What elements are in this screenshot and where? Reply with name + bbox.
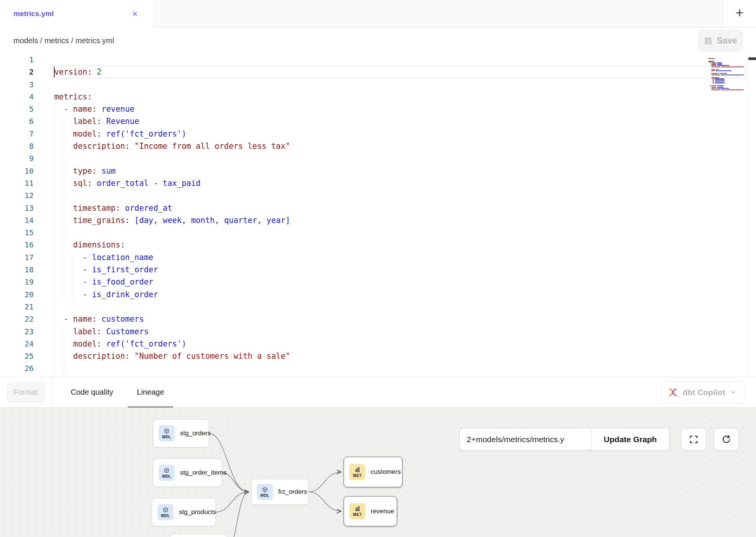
line-number[interactable]: 3 (0, 78, 37, 91)
code-line-20[interactable]: - is_drink_order (37, 288, 747, 301)
line-number[interactable]: 26 (0, 362, 37, 374)
header-row: models / metrics / metrics.yml Save (0, 28, 756, 54)
floppy-disk-icon (704, 36, 713, 46)
code-line-10[interactable]: type: sum (37, 165, 747, 177)
plus-icon: + (735, 6, 743, 20)
line-number[interactable]: 9 (0, 152, 37, 164)
dbt-copilot-button[interactable]: dbt Copilot (661, 381, 745, 404)
line-number[interactable]: 18 (0, 264, 37, 276)
refresh-button[interactable] (714, 428, 739, 451)
code-line-3[interactable] (37, 78, 747, 91)
panel-tabs: Code quality Lineage (71, 377, 164, 408)
code-line-9[interactable] (37, 152, 747, 164)
code-line-22[interactable]: - name: customers (37, 313, 747, 325)
metric-bar-chart-icon: MET (349, 503, 365, 519)
line-number[interactable]: 11 (0, 177, 37, 189)
line-number[interactable]: 5 (0, 103, 37, 115)
chevron-down-icon (730, 389, 737, 396)
scrollbar-thumb[interactable] (748, 57, 756, 60)
code-line-19[interactable]: - is_food_order (37, 276, 747, 288)
bottom-toolbar: Format Code quality Lineage dbt Copilot (0, 377, 756, 407)
code-line-24[interactable]: model: ref('fct_orders') (37, 338, 747, 350)
node-label: fct_orders (278, 488, 307, 496)
line-number[interactable]: 15 (0, 226, 37, 239)
line-number[interactable]: 19 (0, 276, 37, 288)
code-line-25[interactable]: description: "Number of customers with a… (37, 350, 747, 362)
fullscreen-button[interactable] (681, 428, 706, 451)
line-number[interactable]: 20 (0, 288, 37, 301)
save-label: Save (717, 36, 737, 46)
toolbar-divider (52, 377, 52, 408)
metric-bar-chart-icon: MET (349, 464, 365, 480)
save-button[interactable]: Save (698, 30, 743, 52)
lineage-node-stg_hidden[interactable] (170, 534, 227, 537)
line-number[interactable]: 2 (0, 66, 37, 78)
line-number[interactable]: 4 (0, 91, 37, 103)
code-line-21[interactable] (37, 301, 747, 313)
code-line-13[interactable]: timestamp: ordered_at (37, 202, 747, 214)
format-button[interactable]: Format (7, 382, 44, 402)
model-cube-icon: MDL (157, 504, 174, 520)
code-line-11[interactable]: sql: order_total - tax_paid (37, 177, 747, 189)
code-line-17[interactable]: - location_name (37, 251, 747, 264)
line-number[interactable]: 6 (0, 115, 37, 127)
code-line-12[interactable] (37, 189, 747, 202)
tab-strip (154, 0, 723, 28)
code-line-8[interactable]: description: "Income from all orders les… (37, 140, 747, 152)
line-number[interactable]: 17 (0, 251, 37, 264)
line-number[interactable]: 25 (0, 350, 37, 362)
line-number[interactable]: 14 (0, 214, 37, 226)
code-editor[interactable]: 1234567891011121314151617181920212223242… (0, 54, 756, 377)
tab-label: metrics.yml (13, 10, 132, 18)
model-cube-icon: MDL (159, 465, 175, 481)
code-line-15[interactable] (37, 226, 747, 239)
lineage-node-stg_products[interactable]: MDLstg_products (152, 498, 216, 526)
refresh-icon (721, 434, 732, 444)
code-line-6[interactable]: label: Revenue (37, 115, 747, 127)
code-line-5[interactable]: - name: revenue (37, 103, 747, 115)
line-number[interactable]: 24 (0, 338, 37, 350)
line-number[interactable]: 22 (0, 313, 37, 325)
code-line-23[interactable]: label: Customers (37, 325, 747, 338)
scrollbar-track[interactable] (747, 54, 756, 377)
line-number[interactable]: 16 (0, 239, 37, 251)
lineage-node-fct_orders[interactable]: MDLfct_orders (251, 479, 309, 505)
code-line-4[interactable]: metrics: (37, 91, 747, 103)
tab-code-quality[interactable]: Code quality (71, 377, 113, 408)
lineage-node-customers[interactable]: METcustomers (344, 457, 402, 487)
line-number[interactable]: 12 (0, 189, 37, 202)
tab-bar: metrics.yml ✕ + (0, 0, 756, 28)
line-number[interactable]: 8 (0, 140, 37, 152)
new-tab-button[interactable]: + (723, 0, 756, 28)
lineage-controls: Update Graph (459, 428, 739, 451)
line-number[interactable]: 7 (0, 128, 37, 140)
code-line-7[interactable]: model: ref('fct_orders') (37, 128, 747, 140)
line-number[interactable]: 1 (0, 54, 37, 66)
lineage-filter-input[interactable] (460, 428, 591, 450)
line-number[interactable]: 23 (0, 325, 37, 338)
code-line-18[interactable]: - is_first_order (37, 264, 747, 276)
line-number[interactable]: 21 (0, 301, 37, 313)
lineage-canvas[interactable]: MDLstg_ordersMDLstg_order_itemsMDLstg_pr… (0, 407, 756, 537)
code-line-1[interactable] (37, 54, 747, 66)
code-line-2[interactable]: version: 2 (37, 66, 747, 78)
copilot-label: dbt Copilot (683, 388, 725, 397)
node-label: revenue (371, 508, 394, 515)
line-number[interactable]: 13 (0, 202, 37, 214)
close-icon[interactable]: ✕ (132, 10, 138, 18)
lineage-node-revenue[interactable]: METrevenue (344, 496, 397, 526)
lineage-node-stg_order_items[interactable]: MDLstg_order_items (153, 459, 222, 487)
fullscreen-icon (689, 434, 699, 444)
code-line-16[interactable]: dimensions: (37, 239, 747, 251)
update-graph-button[interactable]: Update Graph (591, 428, 669, 450)
code-area[interactable]: version: 2metrics:- name: revenuelabel: … (37, 54, 747, 377)
minimap[interactable] (708, 57, 745, 92)
line-number-gutter: 1234567891011121314151617181920212223242… (0, 54, 37, 375)
line-number[interactable]: 10 (0, 165, 37, 177)
code-line-14[interactable]: time_grains: [day, week, month, quarter,… (37, 214, 747, 226)
lineage-node-stg_orders[interactable]: MDLstg_orders (153, 419, 209, 447)
code-line-26[interactable] (37, 362, 747, 374)
tab-lineage[interactable]: Lineage (137, 377, 164, 408)
model-cube-icon: MDL (257, 484, 273, 500)
tab-metrics-yml[interactable]: metrics.yml ✕ (0, 0, 154, 28)
